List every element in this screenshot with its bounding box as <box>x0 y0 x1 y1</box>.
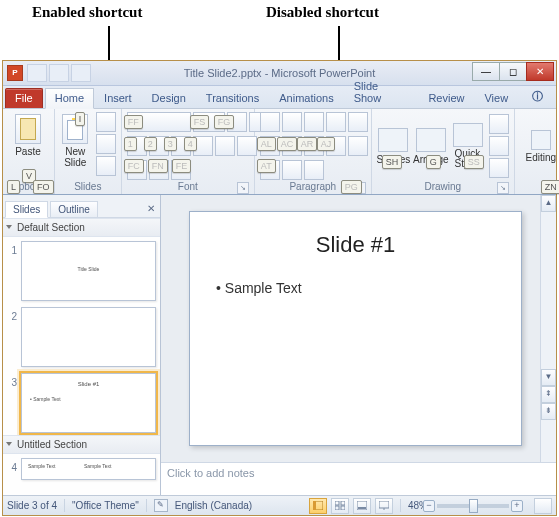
panel-tab-slides[interactable]: Slides <box>5 201 48 218</box>
vertical-scrollbar[interactable]: ▲ ▼ ⇞ ⇟ <box>540 195 556 462</box>
thumb-4-l1: Sample Text <box>28 463 55 469</box>
smartart-button[interactable] <box>304 160 324 180</box>
tab-view[interactable]: View <box>474 88 518 108</box>
keytip-ff: FF <box>124 115 143 129</box>
panel-tab-outline[interactable]: Outline <box>50 201 98 217</box>
tab-transitions[interactable]: Transitions <box>196 88 269 108</box>
thumb-3[interactable]: Slide #1 • Sample Text <box>21 373 156 433</box>
font-dialog-launcher[interactable]: ↘ <box>237 182 249 194</box>
shape-outline-button[interactable] <box>489 136 509 156</box>
view-sorter-button[interactable] <box>331 498 349 514</box>
thumb-row-1[interactable]: 1 Title Slide <box>3 237 160 303</box>
keytip-al: AL <box>257 137 276 151</box>
tab-slideshow[interactable]: Slide Show <box>344 76 419 108</box>
fit-to-window-button[interactable] <box>534 498 552 514</box>
zoom-thumb[interactable] <box>469 499 478 513</box>
slide-reset-button[interactable] <box>96 134 116 154</box>
thumbnails-list[interactable]: Default Section 1 Title Slide 2 3 <box>3 218 160 495</box>
group-font: Font↘ FF FS 1 2 3 4 FC FN FG FE <box>122 109 255 195</box>
align-text-button[interactable] <box>282 160 302 180</box>
shadow-button[interactable] <box>215 136 235 156</box>
annotation-disabled: Disabled shortcut <box>266 4 379 21</box>
maximize-button[interactable]: ◻ <box>499 62 527 81</box>
work-area: Slides Outline ✕ Default Section 1 Title… <box>3 194 556 496</box>
thumb-2[interactable] <box>21 307 156 367</box>
bullets-button[interactable] <box>260 112 280 132</box>
section-default[interactable]: Default Section <box>3 218 160 237</box>
keytip-fe: FE <box>172 159 192 173</box>
drawing-dialog-launcher[interactable]: ↘ <box>497 182 509 194</box>
thumb-row-4[interactable]: 4 Sample Text Sample Text <box>3 454 160 480</box>
thumb-num-4: 4 <box>7 458 17 473</box>
columns-button[interactable] <box>348 136 368 156</box>
arrange-icon <box>416 128 446 152</box>
notes-pane[interactable]: Click to add notes <box>161 462 556 495</box>
slide-layout-button[interactable] <box>96 112 116 132</box>
keytip-ar: AR <box>297 137 318 151</box>
char-spacing-button[interactable] <box>237 136 257 156</box>
tab-insert[interactable]: Insert <box>94 88 142 108</box>
panel-close-button[interactable]: ✕ <box>144 203 158 217</box>
slide-body[interactable]: • Sample Text <box>216 280 521 296</box>
thumb-3-bullet: • Sample Text <box>30 396 61 402</box>
group-drawing-label: Drawing↘ <box>376 181 510 195</box>
thumb-4-l2: Sample Text <box>84 463 111 469</box>
editing-button[interactable]: Editing <box>519 130 559 163</box>
svg-rect-7 <box>358 507 366 509</box>
spellcheck-icon[interactable]: ✎ <box>154 499 168 512</box>
keytip-g: G <box>426 155 441 169</box>
thumb-num-2: 2 <box>7 307 17 322</box>
keytip-fg: FG <box>214 115 235 129</box>
tab-review[interactable]: Review <box>418 88 474 108</box>
next-slide-button[interactable]: ⇟ <box>541 403 556 420</box>
svg-rect-1 <box>313 501 316 510</box>
decrease-indent-button[interactable] <box>304 112 324 132</box>
numbering-button[interactable] <box>282 112 302 132</box>
section-untitled[interactable]: Untitled Section <box>3 435 160 454</box>
thumb-1[interactable]: Title Slide <box>21 241 156 301</box>
view-slideshow-button[interactable] <box>375 498 393 514</box>
status-slide-pos: Slide 3 of 4 <box>7 500 57 511</box>
slide-title[interactable]: Slide #1 <box>190 232 521 258</box>
slide-section-button[interactable] <box>96 156 116 176</box>
paste-button[interactable]: Paste V <box>7 111 49 181</box>
svg-rect-3 <box>341 501 345 505</box>
minimize-button[interactable]: — <box>472 62 500 81</box>
status-theme: "Office Theme" <box>72 500 139 511</box>
tab-animations[interactable]: Animations <box>269 88 343 108</box>
view-reading-button[interactable] <box>353 498 371 514</box>
new-slide-label: New Slide <box>64 146 86 168</box>
thumb-1-title: Title Slide <box>22 266 155 272</box>
tab-design[interactable]: Design <box>142 88 196 108</box>
thumb-4[interactable]: Sample Text Sample Text <box>21 458 156 480</box>
shape-fill-button[interactable] <box>489 114 509 134</box>
shape-effects-button[interactable] <box>489 158 509 178</box>
thumb-num-1: 1 <box>7 241 17 256</box>
qat-undo-button[interactable] <box>49 64 69 82</box>
thumb-row-2[interactable]: 2 <box>3 303 160 369</box>
status-language[interactable]: English (Canada) <box>175 500 252 511</box>
scroll-up-button[interactable]: ▲ <box>541 195 556 212</box>
view-normal-button[interactable] <box>309 498 327 514</box>
increase-indent-button[interactable] <box>326 112 346 132</box>
new-slide-button[interactable]: New Slide I <box>59 111 92 181</box>
close-button[interactable]: ✕ <box>526 62 554 81</box>
keytip-aj: AJ <box>317 137 336 151</box>
svg-rect-8 <box>379 501 389 508</box>
tab-file[interactable]: File <box>5 88 43 108</box>
scroll-down-button[interactable]: ▼ <box>541 369 556 386</box>
find-icon <box>531 130 551 150</box>
slide[interactable]: Slide #1 • Sample Text <box>189 211 522 446</box>
qat-save-button[interactable] <box>27 64 47 82</box>
tab-home[interactable]: Home <box>45 88 94 109</box>
keytip-1: 1 <box>124 137 137 151</box>
help-button[interactable]: ⓘ <box>518 85 556 108</box>
line-spacing-button[interactable] <box>348 112 368 132</box>
zoom-slider[interactable] <box>437 504 509 508</box>
prev-slide-button[interactable]: ⇞ <box>541 386 556 403</box>
thumb-row-3[interactable]: 3 Slide #1 • Sample Text <box>3 369 160 435</box>
qat-redo-button[interactable] <box>71 64 91 82</box>
quickstyles-icon <box>453 123 483 147</box>
app-icon[interactable]: P <box>7 65 23 81</box>
slides-panel: Slides Outline ✕ Default Section 1 Title… <box>3 195 161 495</box>
